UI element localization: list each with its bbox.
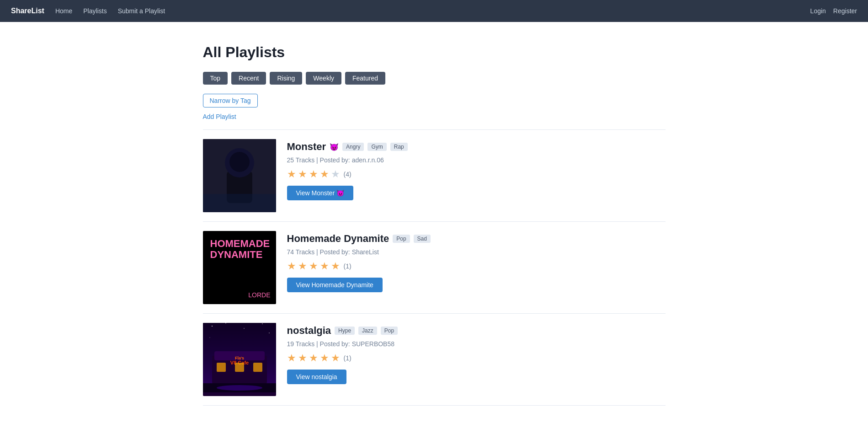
playlist-item-homemade: HOMEMADE DYNAMITE LORDE Homemade Dynamit… bbox=[203, 222, 666, 314]
hd-star-3: ★ bbox=[309, 261, 318, 271]
nav-home-link[interactable]: Home bbox=[55, 7, 72, 15]
playlist-name-monster: Monster bbox=[287, 141, 326, 153]
nav-submit-link[interactable]: Submit a Playlist bbox=[118, 7, 165, 15]
nav-login-link[interactable]: Login bbox=[810, 7, 826, 15]
playlist-title-row-monster: Monster 😈 Angry Gym Rap bbox=[287, 141, 666, 153]
tag-gym: Gym bbox=[367, 143, 386, 151]
playlist-title-row-homemade: Homemade Dynamite Pop Sad bbox=[287, 233, 666, 245]
tag-sad: Sad bbox=[414, 235, 431, 243]
tag-pop2: Pop bbox=[381, 327, 398, 335]
star-2: ★ bbox=[298, 169, 307, 179]
rating-count-monster: (4) bbox=[344, 171, 351, 178]
svg-point-17 bbox=[212, 326, 213, 327]
ns-star-1: ★ bbox=[287, 353, 296, 363]
svg-rect-12 bbox=[217, 363, 226, 372]
main-content: All Playlists Top Recent Rising Weekly F… bbox=[192, 22, 676, 417]
svg-point-16 bbox=[217, 385, 262, 391]
svg-point-4 bbox=[229, 152, 250, 172]
playlist-meta-nostalgia: 19 Tracks | Posted by: SUPERBOB58 bbox=[287, 340, 666, 348]
playlist-meta-homemade: 74 Tracks | Posted by: ShareList bbox=[287, 248, 666, 256]
playlist-info-homemade: Homemade Dynamite Pop Sad 74 Tracks | Po… bbox=[287, 231, 666, 292]
monster-emoji: 😈 bbox=[330, 143, 339, 151]
svg-rect-14 bbox=[253, 363, 262, 372]
ns-star-3: ★ bbox=[309, 353, 318, 363]
playlist-title-row-nostalgia: nostalgia Hype Jazz Pop bbox=[287, 325, 666, 337]
add-playlist-link[interactable]: Add Playlist bbox=[203, 113, 666, 120]
hd-star-2: ★ bbox=[298, 261, 307, 271]
hd-star-5: ★ bbox=[331, 261, 340, 271]
playlist-thumbnail-homemade: HOMEMADE DYNAMITE LORDE bbox=[203, 231, 276, 304]
tag-angry: Angry bbox=[342, 143, 364, 151]
rating-count-nostalgia: (1) bbox=[344, 354, 351, 362]
star-3: ★ bbox=[309, 169, 318, 179]
view-homemade-label: View Homemade Dynamite bbox=[296, 281, 373, 289]
tab-rising[interactable]: Rising bbox=[270, 72, 302, 85]
navbar-left: ShareList Home Playlists Submit a Playli… bbox=[11, 7, 165, 15]
tab-featured[interactable]: Featured bbox=[345, 72, 385, 85]
star-5-empty: ★ bbox=[331, 169, 340, 179]
playlist-thumbnail-monster bbox=[203, 139, 276, 212]
star-rating-homemade: ★ ★ ★ ★ ★ (1) bbox=[287, 261, 666, 271]
filter-tabs: Top Recent Rising Weekly Featured bbox=[203, 72, 666, 85]
brand-logo[interactable]: ShareList bbox=[11, 7, 44, 15]
nav-playlists-link[interactable]: Playlists bbox=[83, 7, 107, 15]
narrow-by-tag-button[interactable]: Narrow by Tag bbox=[203, 94, 258, 107]
playlist-thumbnail-nostalgia: Fla's V8 Cafe bbox=[203, 323, 276, 396]
tag-jazz: Jazz bbox=[358, 327, 377, 335]
svg-point-22 bbox=[209, 337, 210, 338]
playlist-item-nostalgia: Fla's V8 Cafe bbox=[203, 314, 666, 406]
svg-point-19 bbox=[244, 328, 245, 329]
playlist-meta-monster: 25 Tracks | Posted by: aden.r.n.06 bbox=[287, 156, 666, 164]
playlist-list: Monster 😈 Angry Gym Rap 25 Tracks | Post… bbox=[203, 129, 666, 406]
playlist-info-monster: Monster 😈 Angry Gym Rap 25 Tracks | Post… bbox=[287, 139, 666, 200]
tag-pop: Pop bbox=[393, 235, 410, 243]
tab-recent[interactable]: Recent bbox=[231, 72, 266, 85]
svg-point-20 bbox=[262, 323, 263, 324]
navbar: ShareList Home Playlists Submit a Playli… bbox=[0, 0, 868, 22]
hd-star-4: ★ bbox=[320, 261, 329, 271]
playlist-item-monster: Monster 😈 Angry Gym Rap 25 Tracks | Post… bbox=[203, 130, 666, 222]
view-homemade-button[interactable]: View Homemade Dynamite bbox=[287, 278, 383, 292]
tab-top[interactable]: Top bbox=[203, 72, 228, 85]
page-title: All Playlists bbox=[203, 44, 666, 61]
view-nostalgia-label: View nostalgia bbox=[296, 373, 337, 381]
playlist-name-homemade: Homemade Dynamite bbox=[287, 233, 389, 245]
tab-weekly[interactable]: Weekly bbox=[306, 72, 341, 85]
thumb-monster-bg bbox=[203, 139, 276, 212]
monster-thumb-svg bbox=[203, 139, 276, 212]
tag-hype: Hype bbox=[335, 327, 355, 335]
thumb-nostalgia-bg: Fla's V8 Cafe bbox=[203, 323, 276, 396]
view-monster-button[interactable]: View Monster 😈 bbox=[287, 186, 353, 200]
view-monster-label: View Monster 😈 bbox=[296, 189, 344, 197]
tag-rap: Rap bbox=[390, 143, 408, 151]
ns-star-2: ★ bbox=[298, 353, 307, 363]
star-1: ★ bbox=[287, 169, 296, 179]
rating-count-homemade: (1) bbox=[344, 263, 351, 270]
thumb-homemade-bg: HOMEMADE DYNAMITE LORDE bbox=[203, 231, 276, 304]
svg-rect-5 bbox=[203, 194, 276, 212]
homemade-artist-text: LORDE bbox=[248, 291, 270, 299]
star-rating-nostalgia: ★ ★ ★ ★ ★ (1) bbox=[287, 353, 666, 363]
ns-star-4: ★ bbox=[320, 353, 329, 363]
navbar-right: Login Register bbox=[810, 7, 857, 15]
nostalgia-thumb-svg: Fla's V8 Cafe bbox=[203, 323, 276, 392]
star-4: ★ bbox=[320, 169, 329, 179]
view-nostalgia-button[interactable]: View nostalgia bbox=[287, 370, 346, 384]
svg-rect-13 bbox=[235, 363, 244, 372]
hd-star-1: ★ bbox=[287, 261, 296, 271]
ns-star-5: ★ bbox=[331, 353, 340, 363]
playlist-info-nostalgia: nostalgia Hype Jazz Pop 19 Tracks | Post… bbox=[287, 323, 666, 384]
homemade-title-text: HOMEMADE DYNAMITE bbox=[210, 238, 270, 260]
star-rating-monster: ★ ★ ★ ★ ★ (4) bbox=[287, 169, 666, 179]
svg-point-21 bbox=[269, 332, 270, 333]
playlist-name-nostalgia: nostalgia bbox=[287, 325, 331, 337]
nav-register-link[interactable]: Register bbox=[833, 7, 857, 15]
